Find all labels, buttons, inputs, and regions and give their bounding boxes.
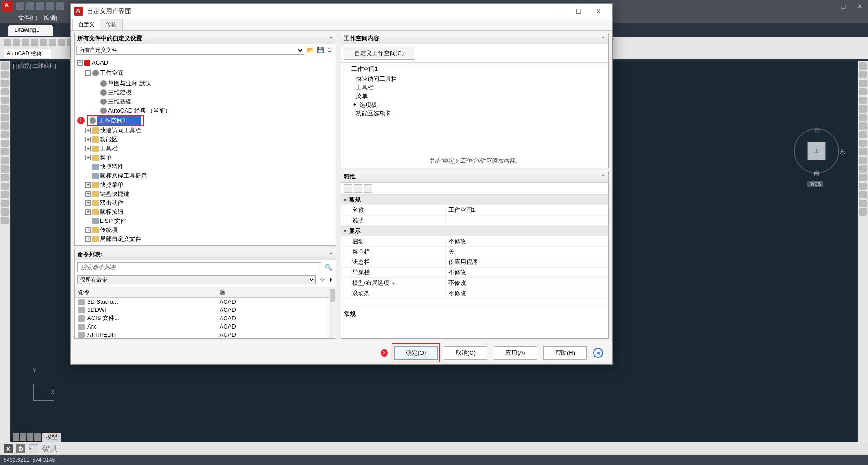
props-pages-icon[interactable] (364, 184, 372, 193)
props-alpha-icon[interactable] (354, 184, 362, 193)
col-command[interactable]: 命令 (75, 287, 216, 298)
dialog-maximize-icon[interactable]: ☐ (569, 5, 589, 18)
right-tool-palette[interactable] (858, 61, 868, 442)
tree-expander[interactable]: − (85, 70, 91, 76)
tree-item[interactable]: 菜单 (100, 153, 112, 162)
viewcube-top[interactable]: 上 (807, 142, 826, 160)
tab-nav-last-icon[interactable] (34, 433, 41, 441)
file-save-icon[interactable]: 💾 (317, 47, 324, 54)
cmd-close-icon[interactable]: ✕ (4, 444, 13, 453)
workspace-combo[interactable]: AutoCAD 经典 (4, 49, 51, 58)
dialog-minimize-icon[interactable]: — (549, 5, 569, 18)
tree-workspaces[interactable]: 工作空间 (100, 69, 123, 78)
viewcube[interactable]: 上 北 南 东 WCS (794, 128, 839, 187)
minimize-icon[interactable]: – (819, 0, 835, 13)
tree-expander[interactable]: + (85, 209, 91, 215)
scrollbar[interactable] (329, 287, 336, 338)
tree-expander[interactable]: + (85, 182, 91, 188)
tree-expander[interactable]: − (77, 60, 83, 66)
props-row[interactable]: 菜单栏关 (341, 247, 608, 257)
tree-expander[interactable]: + (85, 236, 91, 242)
tree-item[interactable]: 鼠标悬停工具提示 (100, 171, 147, 180)
command-row[interactable]: ATTIPEDITACAD (75, 331, 336, 338)
qat-icon[interactable] (56, 2, 64, 10)
tree-expander[interactable]: + (85, 146, 91, 151)
tree-expander[interactable]: + (85, 137, 91, 142)
panel-collapse-icon[interactable]: ⌃ (601, 174, 605, 180)
cmd-tool-icon[interactable]: ⚙ (16, 444, 25, 453)
left-tool-palette[interactable] (0, 61, 10, 442)
tree-expander[interactable]: + (85, 200, 91, 206)
command-row[interactable]: 3DDWFACAD (75, 306, 336, 314)
props-row[interactable]: 状态栏仅应用程序 (341, 257, 608, 268)
tree-item[interactable]: 鼠标按钮 (100, 207, 123, 216)
cmd-prompt-text[interactable]: 键入 (42, 443, 58, 454)
tree-expander[interactable]: + (85, 227, 91, 233)
panel-collapse-icon[interactable]: ⌃ (329, 252, 333, 258)
layout-tabs[interactable]: 模型 (13, 432, 61, 442)
tab-nav-next-icon[interactable] (27, 433, 33, 441)
tab-nav-prev-icon[interactable] (20, 433, 26, 441)
qat-icon[interactable] (46, 2, 54, 10)
tree-expander[interactable]: + (353, 100, 357, 109)
panel-collapse-icon[interactable]: ⌃ (601, 36, 605, 42)
tree-item[interactable]: 选项板 (359, 100, 377, 109)
tree-item[interactable]: LISP 文件 (100, 216, 126, 225)
panel-collapse-icon[interactable]: ⌃ (329, 36, 333, 42)
props-row[interactable]: 启动不修改 (341, 236, 608, 247)
cui-tree[interactable]: −ACAD −工作空间 草图与注释 默认 三维建模 三维基础 AutoCAD 经… (75, 56, 336, 245)
tree-root[interactable]: ACAD (92, 58, 108, 67)
viewport-label[interactable]: [-][俯视][二维线框] (13, 62, 56, 70)
tree-item[interactable]: 功能区 (100, 135, 118, 144)
tree-editing-label[interactable]: 工作空间1 (97, 116, 141, 125)
col-source[interactable]: 源 (216, 287, 336, 298)
tree-item[interactable]: 三维基础 (108, 97, 132, 106)
tab-nav-first-icon[interactable] (13, 433, 19, 441)
props-group[interactable]: ▾显示 (341, 226, 608, 236)
props-row[interactable]: 滚动条不修改 (341, 288, 608, 299)
help-button[interactable]: 帮助(H) (543, 346, 587, 360)
tree-item[interactable]: 快速访问工具栏 (356, 75, 397, 83)
tree-item[interactable]: 工具栏 (356, 83, 373, 92)
tree-expander[interactable]: + (85, 128, 91, 133)
props-row[interactable]: 模型/布局选项卡不修改 (341, 278, 608, 288)
tree-item[interactable]: 工具栏 (100, 144, 118, 153)
search-icon[interactable]: 🔍 (324, 262, 333, 272)
close-icon[interactable]: ✕ (852, 0, 868, 13)
command-list[interactable]: 命令 源 3D Studio...ACAD3DDWFACADACIS 文件...… (75, 287, 336, 338)
tree-item[interactable]: 传统项 (100, 225, 118, 235)
cui-file-filter[interactable]: 所有自定义文件 (76, 46, 304, 55)
workspace-tree[interactable]: −工作空间1 快速访问工具栏 工具栏 菜单 +选项板 功能区选项卡 (341, 63, 608, 154)
dialog-close-icon[interactable]: ✕ (589, 5, 609, 18)
document-tab[interactable]: Drawing1 (8, 25, 53, 36)
command-row[interactable]: ArxACAD (75, 323, 336, 331)
menu-file[interactable]: 文件(F) (18, 14, 38, 22)
tree-item[interactable]: 工作空间1 (351, 65, 378, 73)
tree-item[interactable]: 快捷菜单 (100, 180, 123, 189)
command-search-input[interactable] (77, 262, 321, 272)
menu-edit[interactable]: 编辑( (44, 14, 57, 22)
apply-button[interactable]: 应用(A) (494, 346, 537, 360)
tree-item[interactable]: 局部自定义文件 (100, 235, 141, 244)
cancel-button[interactable]: 取消(C) (444, 346, 487, 360)
qat-icon[interactable] (26, 2, 34, 10)
quick-access-toolbar[interactable] (16, 2, 64, 10)
viewcube-wcs[interactable]: WCS (807, 181, 823, 187)
ok-button[interactable]: 确定(O) (394, 346, 438, 360)
tree-item[interactable]: 键盘快捷键 (100, 189, 129, 198)
tree-expander[interactable]: + (85, 191, 91, 197)
qat-icon[interactable] (36, 2, 44, 10)
dialog-titlebar[interactable]: 自定义用户界面 — ☐ ✕ (71, 4, 612, 19)
tab-transfer[interactable]: 传输 (100, 19, 123, 30)
command-row[interactable]: ACIS 文件...ACAD (75, 314, 336, 323)
tree-item[interactable]: 三维建模 (108, 88, 132, 97)
tree-item[interactable]: 功能区选项卡 (356, 109, 391, 117)
command-filter-select[interactable]: 仅所有命令 (77, 275, 316, 284)
command-line[interactable]: ✕ ⚙ ›_ 键入 (0, 442, 868, 455)
props-categorized-icon[interactable] (344, 184, 352, 193)
tree-item[interactable]: AutoCAD 经典 （当前） (108, 106, 171, 115)
tree-item[interactable]: 草图与注释 默认 (108, 79, 151, 88)
properties-grid[interactable]: ▾常规名称工作空间1说明▾显示启动不修改菜单栏关状态栏仅应用程序导航栏不修改模型… (341, 195, 608, 307)
props-row[interactable]: 说明 (341, 216, 608, 226)
help-icon[interactable]: ◄ (593, 348, 603, 358)
